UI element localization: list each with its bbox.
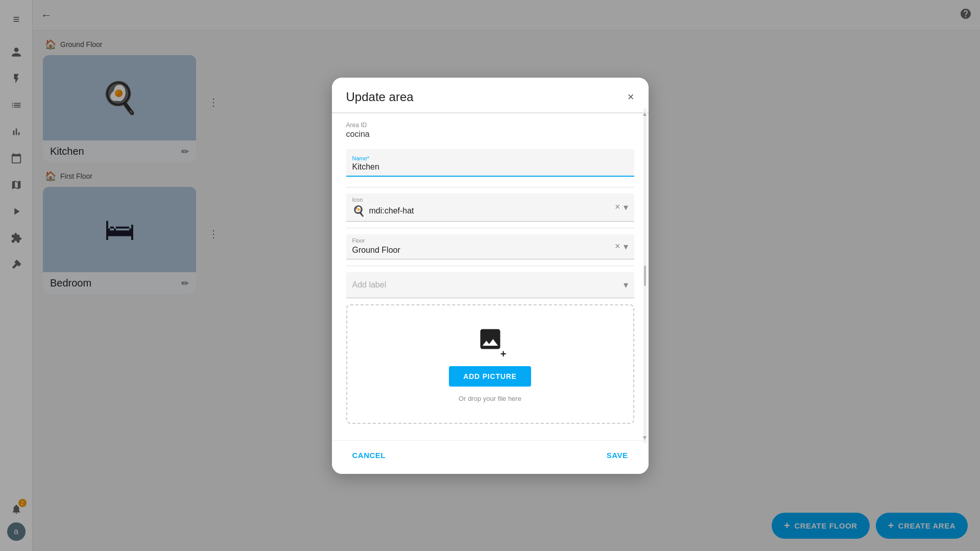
area-id-label: Area ID xyxy=(346,122,634,129)
update-area-dialog: Update area × Area ID cocina Name* Ic xyxy=(332,78,649,474)
scroll-track: ▲ ▼ xyxy=(643,108,647,443)
icon-dropdown-button[interactable]: ▾ xyxy=(624,202,628,213)
icon-field-label: Icon xyxy=(352,197,363,203)
area-id-value: cocina xyxy=(346,130,634,139)
image-upload-plus-icon: + xyxy=(500,348,507,360)
icon-field-actions: × ▾ xyxy=(615,202,628,213)
icon-field-value: 🍳 mdi:chef-hat xyxy=(352,205,615,217)
save-button[interactable]: SAVE xyxy=(601,447,634,464)
floor-dropdown-button[interactable]: ▾ xyxy=(624,241,628,252)
floor-field-value: Ground Floor xyxy=(352,246,615,255)
icon-text: mdi:chef-hat xyxy=(369,206,414,215)
image-upload-area[interactable]: + ADD PICTURE Or drop your file here xyxy=(346,304,634,424)
floor-field-wrap[interactable]: Floor Ground Floor × ▾ xyxy=(346,234,634,259)
floor-text: Ground Floor xyxy=(352,246,400,255)
dialog-close-button[interactable]: × xyxy=(628,90,634,104)
scroll-down-arrow[interactable]: ▼ xyxy=(642,434,648,441)
divider-1 xyxy=(346,187,634,187)
floor-clear-button[interactable]: × xyxy=(615,241,620,252)
add-label-dropdown-icon[interactable]: ▾ xyxy=(624,279,628,291)
name-field-label: Name* xyxy=(352,155,628,161)
dialog-footer: CANCEL SAVE xyxy=(332,440,649,474)
drop-text: Or drop your file here xyxy=(459,395,521,402)
dialog-header: Update area × xyxy=(332,78,649,112)
cancel-button[interactable]: CANCEL xyxy=(346,447,392,464)
scroll-up-arrow[interactable]: ▲ xyxy=(642,110,648,117)
area-id-group: Area ID cocina xyxy=(346,122,634,139)
scroll-thumb xyxy=(644,266,646,286)
image-upload-icon: + xyxy=(477,326,504,358)
name-input-wrap: Name* xyxy=(346,149,634,177)
name-field-group: Name* xyxy=(346,149,634,177)
floor-field-actions: × ▾ xyxy=(615,241,628,252)
dialog-body: Area ID cocina Name* Icon 🍳 mdi:chef-hat xyxy=(332,113,649,440)
add-picture-button[interactable]: ADD PICTURE xyxy=(449,366,531,387)
dialog-title: Update area xyxy=(346,90,414,104)
modal-overlay[interactable]: Update area × Area ID cocina Name* Ic xyxy=(0,0,980,551)
icon-symbol: 🍳 xyxy=(352,205,365,217)
icon-field-wrap[interactable]: Icon 🍳 mdi:chef-hat × ▾ xyxy=(346,194,634,222)
divider-2 xyxy=(346,228,634,228)
icon-clear-button[interactable]: × xyxy=(615,202,620,212)
add-label-wrap[interactable]: Add label ▾ xyxy=(346,272,634,298)
divider-3 xyxy=(346,266,634,266)
add-label-placeholder: Add label xyxy=(352,280,387,290)
floor-field-label: Floor xyxy=(352,237,365,244)
name-input[interactable] xyxy=(352,162,628,172)
